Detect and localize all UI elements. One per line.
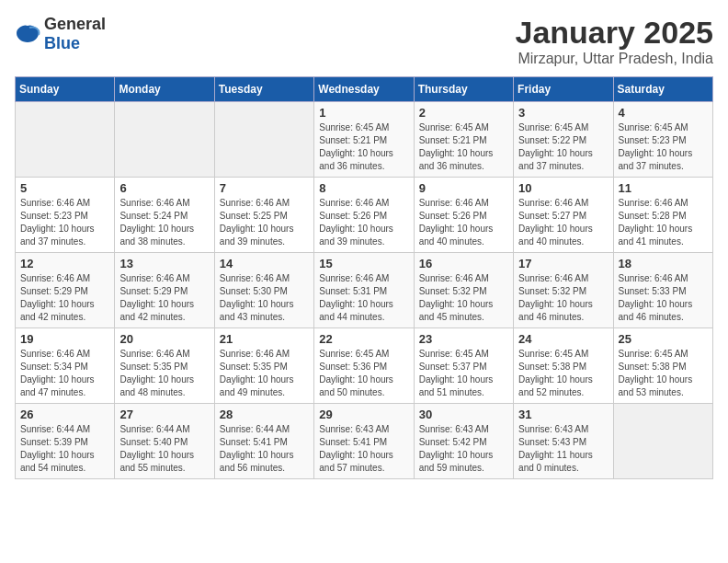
day-number: 11 (619, 181, 708, 195)
table-row (214, 102, 313, 178)
day-number: 27 (119, 408, 209, 421)
day-info: Sunrise: 6:46 AM Sunset: 5:35 PM Dayligh… (220, 348, 309, 399)
table-row: 27Sunrise: 6:44 AM Sunset: 5:40 PM Dayli… (115, 404, 214, 479)
calendar-week-row: 26Sunrise: 6:44 AM Sunset: 5:39 PM Dayli… (16, 404, 713, 479)
weekday-header-row: Sunday Monday Tuesday Wednesday Thursday… (16, 77, 713, 102)
header-thursday: Thursday (414, 77, 513, 102)
table-row: 9Sunrise: 6:46 AM Sunset: 5:26 PM Daylig… (414, 178, 513, 253)
logo-icon (15, 24, 40, 44)
day-info: Sunrise: 6:45 AM Sunset: 5:37 PM Dayligh… (419, 348, 508, 399)
logo-text: General Blue (44, 15, 106, 53)
day-number: 4 (619, 106, 708, 120)
day-number: 14 (220, 257, 309, 270)
day-number: 5 (20, 181, 109, 195)
day-info: Sunrise: 6:46 AM Sunset: 5:31 PM Dayligh… (319, 272, 408, 324)
day-info: Sunrise: 6:46 AM Sunset: 5:24 PM Dayligh… (119, 197, 209, 248)
day-number: 21 (220, 332, 309, 346)
table-row: 12Sunrise: 6:46 AM Sunset: 5:29 PM Dayli… (16, 253, 115, 328)
calendar-table: Sunday Monday Tuesday Wednesday Thursday… (15, 76, 713, 479)
header-wednesday: Wednesday (314, 77, 414, 102)
header-friday: Friday (514, 77, 613, 102)
table-row: 13Sunrise: 6:46 AM Sunset: 5:29 PM Dayli… (115, 253, 214, 328)
table-row: 1Sunrise: 6:45 AM Sunset: 5:21 PM Daylig… (314, 102, 414, 178)
header-monday: Monday (115, 77, 214, 102)
day-number: 28 (220, 408, 309, 421)
table-row: 4Sunrise: 6:45 AM Sunset: 5:23 PM Daylig… (613, 102, 712, 178)
day-info: Sunrise: 6:43 AM Sunset: 5:42 PM Dayligh… (419, 423, 508, 475)
header-saturday: Saturday (613, 77, 712, 102)
header-sunday: Sunday (16, 77, 115, 102)
table-row: 14Sunrise: 6:46 AM Sunset: 5:30 PM Dayli… (214, 253, 313, 328)
day-info: Sunrise: 6:46 AM Sunset: 5:35 PM Dayligh… (119, 348, 209, 399)
day-info: Sunrise: 6:46 AM Sunset: 5:29 PM Dayligh… (20, 272, 109, 324)
table-row: 22Sunrise: 6:45 AM Sunset: 5:36 PM Dayli… (314, 328, 414, 404)
header: General Blue January 2025 Mirzapur, Utta… (15, 15, 713, 67)
table-row: 16Sunrise: 6:46 AM Sunset: 5:32 PM Dayli… (414, 253, 513, 328)
table-row: 23Sunrise: 6:45 AM Sunset: 5:37 PM Dayli… (414, 328, 513, 404)
day-number: 8 (319, 181, 408, 195)
day-info: Sunrise: 6:46 AM Sunset: 5:34 PM Dayligh… (20, 348, 109, 399)
day-number: 3 (518, 106, 608, 120)
day-number: 1 (319, 106, 408, 120)
calendar-week-row: 19Sunrise: 6:46 AM Sunset: 5:34 PM Dayli… (16, 328, 713, 404)
day-info: Sunrise: 6:46 AM Sunset: 5:28 PM Dayligh… (619, 197, 708, 248)
day-info: Sunrise: 6:46 AM Sunset: 5:32 PM Dayligh… (518, 272, 608, 324)
day-info: Sunrise: 6:46 AM Sunset: 5:27 PM Dayligh… (518, 197, 608, 248)
day-info: Sunrise: 6:44 AM Sunset: 5:40 PM Dayligh… (119, 423, 209, 475)
day-number: 24 (518, 332, 608, 346)
table-row: 21Sunrise: 6:46 AM Sunset: 5:35 PM Dayli… (214, 328, 313, 404)
day-info: Sunrise: 6:44 AM Sunset: 5:39 PM Dayligh… (20, 423, 109, 475)
day-number: 6 (119, 181, 209, 195)
day-number: 10 (518, 181, 608, 195)
day-info: Sunrise: 6:43 AM Sunset: 5:43 PM Dayligh… (518, 423, 608, 475)
calendar-subtitle: Mirzapur, Uttar Pradesh, India (516, 51, 714, 67)
day-info: Sunrise: 6:46 AM Sunset: 5:26 PM Dayligh… (319, 197, 408, 248)
table-row: 29Sunrise: 6:43 AM Sunset: 5:41 PM Dayli… (314, 404, 414, 479)
day-number: 19 (20, 332, 109, 346)
calendar-week-row: 1Sunrise: 6:45 AM Sunset: 5:21 PM Daylig… (16, 102, 713, 178)
table-row: 6Sunrise: 6:46 AM Sunset: 5:24 PM Daylig… (115, 178, 214, 253)
table-row: 31Sunrise: 6:43 AM Sunset: 5:43 PM Dayli… (514, 404, 613, 479)
day-info: Sunrise: 6:45 AM Sunset: 5:23 PM Dayligh… (619, 121, 708, 173)
day-info: Sunrise: 6:46 AM Sunset: 5:33 PM Dayligh… (619, 272, 708, 324)
table-row (115, 102, 214, 178)
table-row: 3Sunrise: 6:45 AM Sunset: 5:22 PM Daylig… (514, 102, 613, 178)
day-number: 9 (419, 181, 508, 195)
day-number: 23 (419, 332, 508, 346)
table-row: 17Sunrise: 6:46 AM Sunset: 5:32 PM Dayli… (514, 253, 613, 328)
table-row: 10Sunrise: 6:46 AM Sunset: 5:27 PM Dayli… (514, 178, 613, 253)
day-number: 12 (20, 257, 109, 270)
day-info: Sunrise: 6:43 AM Sunset: 5:41 PM Dayligh… (319, 423, 408, 475)
day-number: 13 (119, 257, 209, 270)
day-info: Sunrise: 6:45 AM Sunset: 5:21 PM Dayligh… (319, 121, 408, 173)
logo-blue: Blue (44, 34, 80, 52)
day-number: 26 (20, 408, 109, 421)
table-row: 28Sunrise: 6:44 AM Sunset: 5:41 PM Dayli… (214, 404, 313, 479)
table-row: 25Sunrise: 6:45 AM Sunset: 5:38 PM Dayli… (613, 328, 712, 404)
day-info: Sunrise: 6:45 AM Sunset: 5:21 PM Dayligh… (419, 121, 508, 173)
table-row: 15Sunrise: 6:46 AM Sunset: 5:31 PM Dayli… (314, 253, 414, 328)
day-number: 15 (319, 257, 408, 270)
table-row: 26Sunrise: 6:44 AM Sunset: 5:39 PM Dayli… (16, 404, 115, 479)
table-row (16, 102, 115, 178)
day-number: 31 (518, 408, 608, 421)
logo: General Blue (15, 15, 106, 53)
calendar-week-row: 5Sunrise: 6:46 AM Sunset: 5:23 PM Daylig… (16, 178, 713, 253)
day-info: Sunrise: 6:46 AM Sunset: 5:23 PM Dayligh… (20, 197, 109, 248)
title-block: January 2025 Mirzapur, Uttar Pradesh, In… (516, 15, 714, 67)
day-number: 20 (119, 332, 209, 346)
day-number: 16 (419, 257, 508, 270)
day-info: Sunrise: 6:46 AM Sunset: 5:25 PM Dayligh… (220, 197, 309, 248)
day-number: 18 (619, 257, 708, 270)
day-number: 22 (319, 332, 408, 346)
day-number: 2 (419, 106, 508, 120)
day-info: Sunrise: 6:46 AM Sunset: 5:26 PM Dayligh… (419, 197, 508, 248)
table-row: 2Sunrise: 6:45 AM Sunset: 5:21 PM Daylig… (414, 102, 513, 178)
day-number: 7 (220, 181, 309, 195)
table-row: 5Sunrise: 6:46 AM Sunset: 5:23 PM Daylig… (16, 178, 115, 253)
table-row: 19Sunrise: 6:46 AM Sunset: 5:34 PM Dayli… (16, 328, 115, 404)
day-number: 17 (518, 257, 608, 270)
table-row: 20Sunrise: 6:46 AM Sunset: 5:35 PM Dayli… (115, 328, 214, 404)
table-row: 8Sunrise: 6:46 AM Sunset: 5:26 PM Daylig… (314, 178, 414, 253)
day-info: Sunrise: 6:45 AM Sunset: 5:22 PM Dayligh… (518, 121, 608, 173)
